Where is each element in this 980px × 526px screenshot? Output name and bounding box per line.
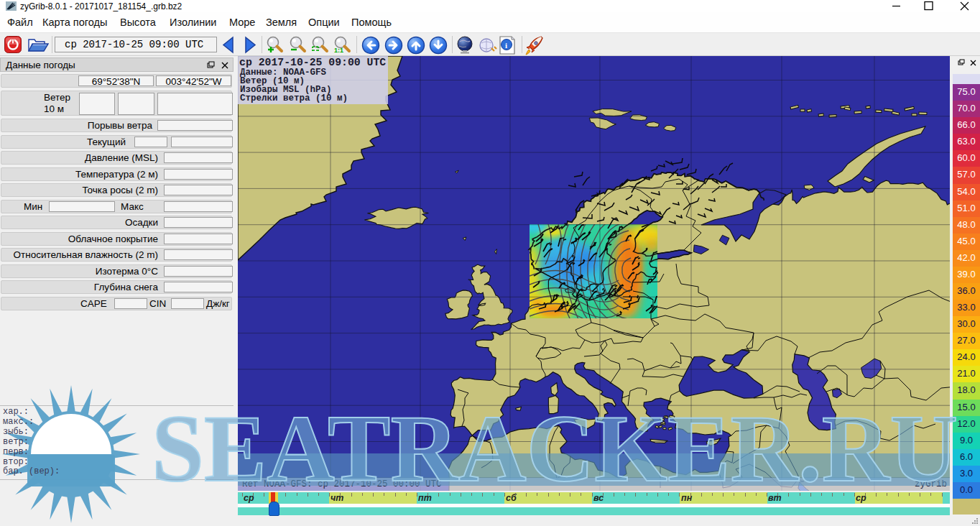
svg-text:i: i bbox=[505, 41, 507, 50]
svg-text:1:1: 1:1 bbox=[334, 47, 343, 54]
